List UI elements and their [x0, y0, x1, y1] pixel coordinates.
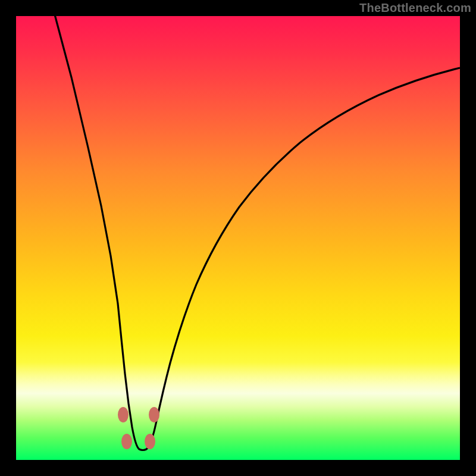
attribution-label: TheBottleneck.com: [359, 1, 471, 15]
svg-rect-0: [8, 8, 468, 468]
chart-frame: [0, 0, 476, 476]
chart-container: TheBottleneck.com: [0, 0, 476, 476]
